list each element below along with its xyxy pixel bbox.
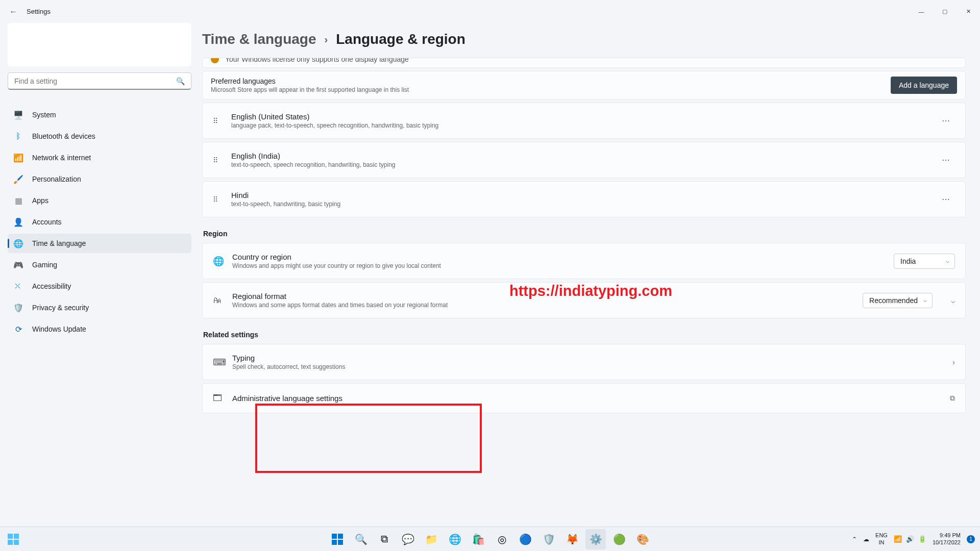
typing-title: Typing <box>232 354 934 362</box>
add-language-button[interactable]: Add a language <box>891 77 957 94</box>
nav-icon: 🛡️ <box>14 303 23 312</box>
widgets-button[interactable] <box>3 534 23 545</box>
nav-label: Gaming <box>32 261 57 269</box>
sidebar-item-privacy-security[interactable]: 🛡️Privacy & security <box>8 298 191 317</box>
keyboard-icon: ⌨ <box>213 357 222 368</box>
nav-icon: 📶 <box>14 153 23 162</box>
language-row[interactable]: ⠿English (India)text-to-speech, speech r… <box>202 142 966 178</box>
language-row[interactable]: ⠿Hinditext-to-speech, handwriting, basic… <box>202 181 966 217</box>
tray-chevron-icon[interactable]: ⌃ <box>852 536 857 543</box>
search-box[interactable]: 🔍 <box>8 72 191 90</box>
chrome-icon[interactable]: 🟢 <box>609 529 629 549</box>
search-icon: 🔍 <box>176 77 185 85</box>
more-options-button[interactable]: ⋯ <box>938 153 955 167</box>
sidebar-item-network-internet[interactable]: 📶Network & internet <box>8 148 191 167</box>
widgets-icon <box>8 534 19 545</box>
nav-icon: ⟳ <box>14 324 23 334</box>
store-button[interactable]: 🛍️ <box>468 529 488 549</box>
nav-icon: 🖥️ <box>14 110 23 119</box>
sidebar-item-gaming[interactable]: 🎮Gaming <box>8 255 191 274</box>
start-button[interactable] <box>327 529 348 549</box>
mcafee-icon[interactable]: 🛡️ <box>538 529 559 549</box>
country-region-row[interactable]: 🌐 Country or region Windows and apps mig… <box>202 243 966 279</box>
sidebar: 🔍 🖥️SystemᛒBluetooth & devices📶Network &… <box>0 23 199 528</box>
app-icon-1[interactable]: ◎ <box>492 529 512 549</box>
app-icon-2[interactable]: 🔵 <box>515 529 535 549</box>
language-indicator[interactable]: ENG IN <box>875 532 888 545</box>
sidebar-item-system[interactable]: 🖥️System <box>8 105 191 124</box>
chevron-right-icon: › <box>325 34 328 45</box>
app-title: Settings <box>27 8 51 15</box>
language-name: English (United States) <box>231 112 938 121</box>
sidebar-item-bluetooth-devices[interactable]: ᛒBluetooth & devices <box>8 127 191 146</box>
search-input[interactable] <box>14 77 176 85</box>
nav-label: Privacy & security <box>32 304 89 312</box>
sidebar-item-accounts[interactable]: 👤Accounts <box>8 212 191 232</box>
title-bar: ← Settings — ▢ ✕ <box>0 0 980 23</box>
user-card[interactable] <box>8 23 191 66</box>
breadcrumb: Time & language › Language & region <box>202 31 966 47</box>
sidebar-item-windows-update[interactable]: ⟳Windows Update <box>8 319 191 339</box>
firefox-icon[interactable]: 🦊 <box>562 529 582 549</box>
wifi-icon[interactable]: 📶 <box>894 535 902 543</box>
settings-taskbar-icon[interactable]: ⚙️ <box>585 529 606 549</box>
watermark-text: https://indiatyping.com <box>509 283 672 299</box>
admin-language-row[interactable]: 🗔 Administrative language settings ⧉ <box>202 383 966 413</box>
chevron-down-icon[interactable]: ⌵ <box>951 296 955 305</box>
preferred-languages-section: Preferred languages Microsoft Store apps… <box>202 71 966 99</box>
more-options-button[interactable]: ⋯ <box>938 114 955 128</box>
format-desc: Windows and some apps format dates and t… <box>232 302 852 309</box>
sidebar-item-apps[interactable]: ▦Apps <box>8 191 191 210</box>
minimize-button[interactable]: — <box>910 4 933 20</box>
typing-row[interactable]: ⌨ Typing Spell check, autocorrect, text … <box>202 344 966 380</box>
sidebar-item-accessibility[interactable]: ⛌Accessibility <box>8 277 191 296</box>
svg-rect-0 <box>8 534 13 539</box>
language-features: text-to-speech, speech recognition, hand… <box>231 161 938 168</box>
drag-handle-icon[interactable]: ⠿ <box>213 117 219 125</box>
nav-label: Personalization <box>32 175 81 183</box>
nav-icon: 🎮 <box>14 260 23 269</box>
battery-icon[interactable]: 🔋 <box>918 535 926 543</box>
paint-icon[interactable]: 🎨 <box>632 529 653 549</box>
preferred-desc: Microsoft Store apps will appear in the … <box>211 86 409 93</box>
language-name: English (India) <box>231 152 938 160</box>
clock[interactable]: 9:49 PM 10/17/2022 <box>933 532 961 545</box>
notification-badge[interactable]: 1 <box>967 535 975 543</box>
file-explorer-button[interactable]: 📁 <box>421 529 442 549</box>
chat-button[interactable]: 💬 <box>398 529 418 549</box>
sidebar-item-personalization[interactable]: 🖌️Personalization <box>8 169 191 189</box>
maximize-button[interactable]: ▢ <box>933 4 957 20</box>
breadcrumb-current: Language & region <box>336 31 465 47</box>
edge-button[interactable]: 🌐 <box>445 529 465 549</box>
admin-icon: 🗔 <box>213 393 222 404</box>
close-button[interactable]: ✕ <box>957 4 980 20</box>
language-row[interactable]: ⠿English (United States)language pack, t… <box>202 103 966 139</box>
svg-rect-4 <box>332 534 337 539</box>
volume-icon[interactable]: 🔊 <box>906 535 914 543</box>
warning-banner: Your Windows license only supports one d… <box>202 58 966 68</box>
preferred-title: Preferred languages <box>211 77 409 85</box>
taskbar-center: 🔍 ⧉ 💬 📁 🌐 🛍️ ◎ 🔵 🛡️ 🦊 ⚙️ 🟢 🎨 <box>327 529 653 549</box>
drag-handle-icon[interactable]: ⠿ <box>213 156 219 164</box>
nav-label: Network & internet <box>32 154 91 162</box>
nav-label: Apps <box>32 196 48 205</box>
task-view-button[interactable]: ⧉ <box>374 529 395 549</box>
nav-icon: ⛌ <box>14 282 23 291</box>
nav-label: Accounts <box>32 218 62 226</box>
format-dropdown[interactable]: Recommended <box>863 293 933 308</box>
nav-label: Bluetooth & devices <box>32 132 95 140</box>
nav-icon: ▦ <box>14 196 23 205</box>
drag-handle-icon[interactable]: ⠿ <box>213 195 219 204</box>
more-options-button[interactable]: ⋯ <box>938 192 955 206</box>
country-dropdown[interactable]: India <box>894 254 955 269</box>
onedrive-icon[interactable]: ☁ <box>863 536 869 543</box>
country-desc: Windows and apps might use your country … <box>232 262 884 269</box>
back-button[interactable]: ← <box>9 7 17 16</box>
admin-title: Administrative language settings <box>232 394 932 403</box>
nav-list: 🖥️SystemᛒBluetooth & devices📶Network & i… <box>8 104 191 340</box>
search-button[interactable]: 🔍 <box>351 529 371 549</box>
globe-icon: 🌐 <box>213 256 222 267</box>
breadcrumb-parent[interactable]: Time & language <box>202 31 316 47</box>
sidebar-item-time-language[interactable]: 🌐Time & language <box>8 234 191 253</box>
related-label: Related settings <box>203 331 965 339</box>
